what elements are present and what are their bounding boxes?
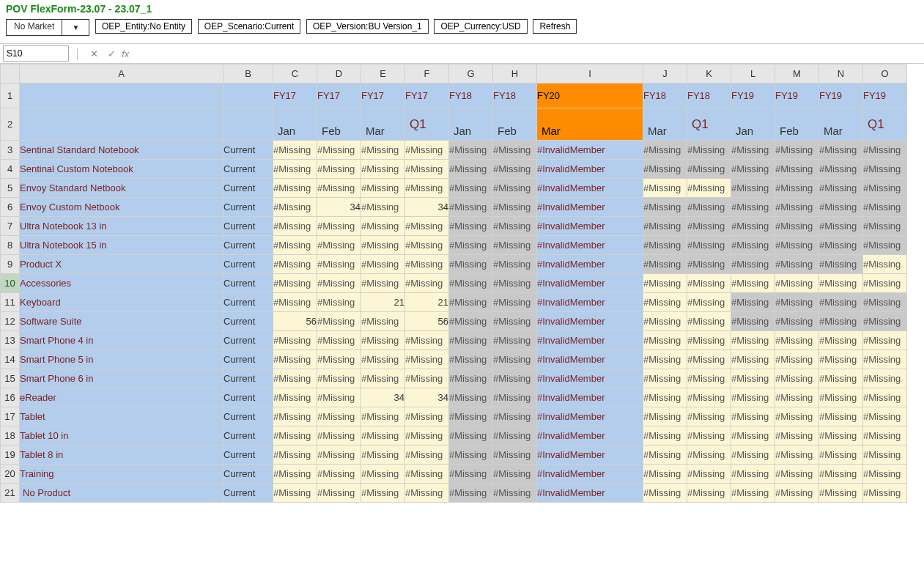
cell[interactable]: #Missing — [819, 160, 863, 179]
col-header[interactable]: D — [317, 64, 361, 84]
cell[interactable]: #Missing — [317, 350, 361, 369]
pov-button-version[interactable]: OEP_Version:BU Version_1 — [306, 19, 429, 34]
row-header[interactable]: 19 — [1, 445, 20, 465]
cell[interactable]: #Missing — [317, 369, 361, 388]
cell[interactable]: #Missing — [405, 160, 449, 179]
product-cell[interactable]: Software Suite — [20, 312, 223, 331]
cell[interactable]: #InvalidMember — [537, 407, 643, 426]
cell[interactable]: #InvalidMember — [537, 179, 643, 198]
cell[interactable]: FY17 — [361, 84, 405, 108]
cell[interactable]: #Missing — [687, 331, 731, 350]
cell[interactable]: #Missing — [775, 179, 819, 198]
cell[interactable]: #Missing — [317, 331, 361, 350]
cell[interactable]: #Missing — [863, 217, 907, 236]
product-cell[interactable]: Sentinal Custom Notebook — [20, 160, 223, 179]
cell[interactable]: #Missing — [273, 350, 317, 369]
product-cell[interactable]: Sentinal Standard Notebook — [20, 141, 223, 160]
cell[interactable]: Jan — [731, 108, 775, 141]
col-header[interactable]: O — [863, 64, 907, 84]
cell[interactable]: #Missing — [687, 388, 731, 407]
cell[interactable]: #Missing — [361, 369, 405, 388]
row-header[interactable]: 17 — [1, 407, 20, 426]
cell[interactable]: #Missing — [317, 445, 361, 465]
cell[interactable]: #Missing — [361, 350, 405, 369]
cell[interactable]: #Missing — [493, 274, 537, 293]
cell[interactable]: #Missing — [775, 331, 819, 350]
cell[interactable]: #Missing — [687, 369, 731, 388]
cell[interactable]: #Missing — [405, 369, 449, 388]
cell[interactable]: #Missing — [493, 445, 537, 465]
cell[interactable]: #Missing — [273, 179, 317, 198]
cell[interactable]: #InvalidMember — [537, 369, 643, 388]
cell[interactable]: FY17 — [273, 84, 317, 108]
cell[interactable]: #Missing — [819, 141, 863, 160]
cell[interactable]: #Missing — [405, 236, 449, 255]
cell[interactable]: #Missing — [863, 293, 907, 312]
cell[interactable]: #Missing — [449, 312, 493, 331]
cell[interactable]: #Missing — [449, 198, 493, 217]
cell[interactable]: #Missing — [643, 484, 687, 503]
spreadsheet-grid[interactable]: ABCDEFGHIJKLMNO1FY17FY17FY17FY17FY18FY18… — [0, 64, 907, 503]
cell[interactable]: #Missing — [731, 217, 775, 236]
cell[interactable]: #Missing — [863, 445, 907, 465]
cell[interactable]: #InvalidMember — [537, 388, 643, 407]
cell[interactable]: Current — [223, 217, 273, 236]
cell[interactable]: #Missing — [273, 331, 317, 350]
cell[interactable]: #Missing — [687, 141, 731, 160]
cell[interactable]: #Missing — [273, 274, 317, 293]
cell[interactable]: #Missing — [493, 369, 537, 388]
cell[interactable]: #Missing — [449, 388, 493, 407]
cell[interactable]: #Missing — [775, 369, 819, 388]
cell[interactable]: #Missing — [731, 388, 775, 407]
cell[interactable]: #Missing — [863, 160, 907, 179]
cell[interactable]: #Missing — [493, 312, 537, 331]
cell[interactable]: #Missing — [863, 465, 907, 484]
cell[interactable]: #Missing — [775, 274, 819, 293]
cell[interactable]: Current — [223, 407, 273, 426]
cell[interactable]: FY17 — [405, 84, 449, 108]
col-header[interactable]: I — [537, 64, 643, 84]
cell[interactable]: #Missing — [863, 179, 907, 198]
cell[interactable]: #InvalidMember — [537, 198, 643, 217]
cell[interactable]: Feb — [317, 108, 361, 141]
cell[interactable]: #Missing — [449, 426, 493, 445]
cell[interactable]: FY18 — [687, 84, 731, 108]
cell[interactable]: #Missing — [361, 331, 405, 350]
cell[interactable]: #Missing — [643, 350, 687, 369]
cell[interactable]: #InvalidMember — [537, 293, 643, 312]
cell[interactable]: Current — [223, 388, 273, 407]
cell[interactable]: #Missing — [273, 236, 317, 255]
cell[interactable]: #Missing — [317, 407, 361, 426]
cell[interactable]: #InvalidMember — [537, 160, 643, 179]
product-cell[interactable]: Ultra Notebook 13 in — [20, 217, 223, 236]
cell[interactable]: #Missing — [405, 141, 449, 160]
cell[interactable]: #Missing — [493, 407, 537, 426]
cell[interactable]: #Missing — [643, 426, 687, 445]
cell[interactable]: Current — [223, 312, 273, 331]
cell[interactable]: #Missing — [687, 445, 731, 465]
chevron-down-icon[interactable]: ▼ — [62, 19, 89, 36]
cell[interactable]: FY19 — [731, 84, 775, 108]
row-header[interactable]: 3 — [1, 141, 20, 160]
cell[interactable]: #Missing — [317, 141, 361, 160]
cell[interactable]: #Missing — [449, 217, 493, 236]
cell[interactable]: #InvalidMember — [537, 350, 643, 369]
cell[interactable]: #Missing — [493, 198, 537, 217]
cell[interactable]: #Missing — [775, 236, 819, 255]
cell[interactable]: #InvalidMember — [537, 426, 643, 445]
cell[interactable]: #Missing — [687, 274, 731, 293]
cell[interactable]: #Missing — [361, 274, 405, 293]
cell[interactable]: #Missing — [449, 236, 493, 255]
cell[interactable]: FY18 — [643, 84, 687, 108]
cell[interactable]: #Missing — [361, 179, 405, 198]
cell[interactable]: #Missing — [731, 465, 775, 484]
cell[interactable]: #Missing — [731, 312, 775, 331]
cell[interactable]: #Missing — [775, 160, 819, 179]
cell[interactable]: #Missing — [405, 445, 449, 465]
cell[interactable]: #Missing — [687, 179, 731, 198]
cell[interactable]: #Missing — [731, 445, 775, 465]
cell[interactable]: 34 — [361, 388, 405, 407]
col-header[interactable]: A — [20, 64, 223, 84]
formula-input[interactable] — [132, 45, 921, 62]
cell[interactable]: Current — [223, 141, 273, 160]
